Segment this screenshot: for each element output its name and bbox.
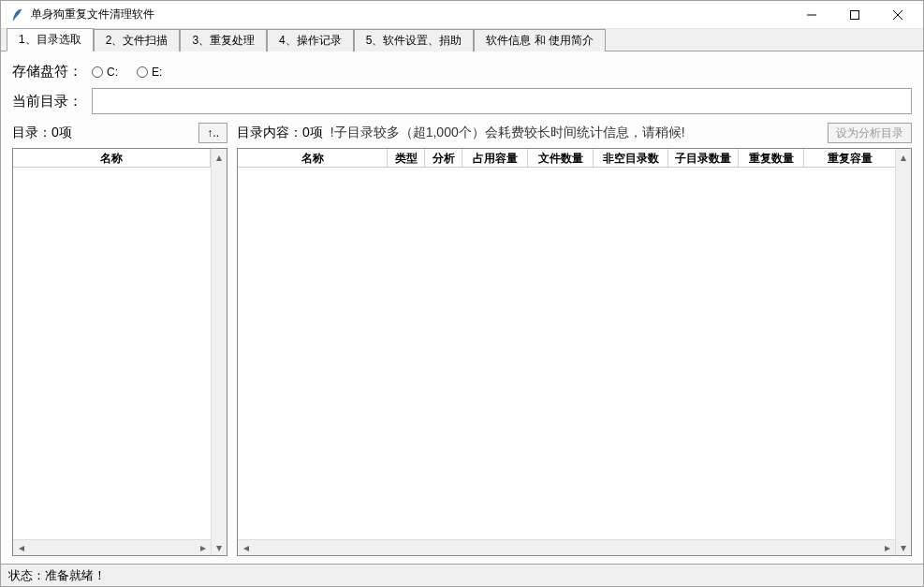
- right-pane-header: 目录内容：0项 !子目录较多（超1,000个）会耗费较长时间统计信息，请稍候! …: [237, 122, 912, 144]
- left-pane-header: 目录：0项 ↑..: [12, 122, 227, 144]
- col-size[interactable]: 占用容量: [462, 149, 528, 167]
- tab-content: 存储盘符： C: E: 当前目录： 目录：0项 ↑..: [1, 51, 923, 564]
- warning-text: !子目录较多（超1,000个）会耗费较长时间统计信息，请稍候!: [330, 125, 685, 141]
- col-file-count[interactable]: 文件数量: [528, 149, 594, 167]
- col-name[interactable]: 名称: [238, 149, 388, 167]
- scroll-up-icon: ▴: [212, 149, 227, 165]
- tab-directory-select[interactable]: 1、目录选取: [7, 28, 94, 51]
- dir-listview: 名称 ◂ ▸ ▴ ▾: [12, 148, 227, 556]
- col-dup-count[interactable]: 重复数量: [739, 149, 804, 167]
- vscrollbar[interactable]: ▴ ▾: [211, 149, 227, 555]
- scroll-right-icon: ▸: [195, 540, 211, 555]
- status-bar: 状态：准备就绪！: [1, 564, 923, 586]
- col-dup-size[interactable]: 重复容量: [804, 149, 895, 167]
- up-dir-button[interactable]: ↑..: [198, 123, 227, 143]
- drive-label: C:: [107, 66, 118, 79]
- col-nonempty-dir[interactable]: 非空目录数: [594, 149, 668, 167]
- scroll-left-icon: ◂: [13, 540, 29, 555]
- content-list-body[interactable]: [238, 168, 895, 539]
- close-button[interactable]: [876, 1, 919, 29]
- content-listview: 名称 类型 分析 占用容量 文件数量 非空目录数 子目录数量 重复数量 重复容量: [237, 148, 912, 556]
- col-type[interactable]: 类型: [388, 149, 425, 167]
- vscrollbar[interactable]: ▴ ▾: [895, 149, 911, 555]
- col-name[interactable]: 名称: [13, 149, 211, 167]
- content-count-label: 目录内容：0项: [237, 125, 323, 141]
- status-text: 状态：准备就绪！: [8, 567, 106, 584]
- dir-list-body[interactable]: [13, 168, 211, 539]
- tab-dup-process[interactable]: 3、重复处理: [180, 29, 267, 51]
- panes: 目录：0项 ↑.. 名称 ◂ ▸: [12, 122, 912, 556]
- drive-radio-group: C: E:: [92, 66, 162, 79]
- current-dir-label: 当前目录：: [12, 93, 82, 110]
- window-title: 单身狗重复文件清理软件: [31, 7, 790, 22]
- tab-file-scan[interactable]: 2、文件扫描: [94, 29, 181, 51]
- set-analyze-dir-button[interactable]: 设为分析目录: [828, 123, 912, 143]
- dir-list-header: 名称: [13, 149, 211, 168]
- tab-settings-donate[interactable]: 5、软件设置、捐助: [354, 29, 475, 51]
- tab-bar: 1、目录选取 2、文件扫描 3、重复处理 4、操作记录 5、软件设置、捐助 软件…: [1, 29, 923, 51]
- dir-count-label: 目录：0项: [12, 125, 72, 141]
- left-pane: 目录：0项 ↑.. 名称 ◂ ▸: [12, 122, 227, 556]
- current-dir-input[interactable]: [92, 88, 912, 114]
- drive-radio-e[interactable]: E:: [137, 66, 162, 79]
- radio-icon: [137, 66, 148, 78]
- tab-about[interactable]: 软件信息 和 使用简介: [474, 29, 606, 51]
- radio-icon: [92, 66, 103, 78]
- svg-rect-1: [851, 10, 859, 19]
- title-bar: 单身狗重复文件清理软件: [1, 1, 923, 29]
- scroll-down-icon: ▾: [212, 539, 227, 555]
- storage-row: 存储盘符： C: E:: [12, 63, 912, 81]
- minimize-button[interactable]: [790, 1, 833, 29]
- col-subdir-count[interactable]: 子目录数量: [668, 149, 739, 167]
- col-analyze[interactable]: 分析: [425, 149, 462, 167]
- content-list-header: 名称 类型 分析 占用容量 文件数量 非空目录数 子目录数量 重复数量 重复容量: [238, 149, 895, 168]
- app-icon: [10, 7, 25, 22]
- scroll-right-icon: ▸: [879, 540, 895, 555]
- hscrollbar[interactable]: ◂ ▸: [13, 539, 211, 555]
- maximize-button[interactable]: [833, 1, 876, 29]
- right-pane: 目录内容：0项 !子目录较多（超1,000个）会耗费较长时间统计信息，请稍候! …: [237, 122, 912, 556]
- hscrollbar[interactable]: ◂ ▸: [238, 539, 895, 555]
- scroll-down-icon: ▾: [896, 539, 911, 555]
- scroll-up-icon: ▴: [896, 149, 911, 165]
- current-dir-row: 当前目录：: [12, 88, 912, 114]
- storage-label: 存储盘符：: [12, 63, 82, 81]
- scroll-left-icon: ◂: [238, 540, 254, 555]
- drive-label: E:: [152, 66, 162, 79]
- tab-op-log[interactable]: 4、操作记录: [267, 29, 354, 51]
- drive-radio-c[interactable]: C:: [92, 66, 118, 79]
